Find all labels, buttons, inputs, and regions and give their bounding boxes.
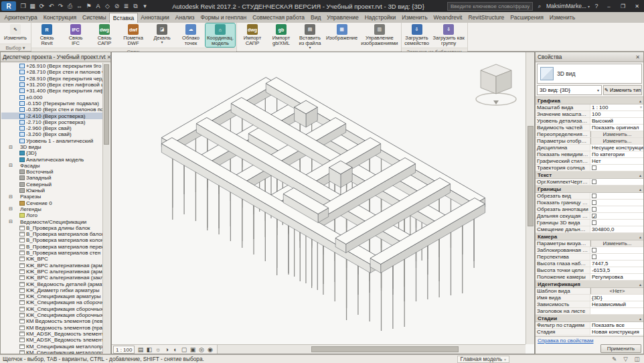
tree-item[interactable]: КЖ_ВРС альтернативная (арматура, прокат) bbox=[1, 269, 102, 275]
property-value[interactable]: Изменить... bbox=[590, 131, 643, 137]
tree-item[interactable]: Аналитическая модель bbox=[1, 156, 102, 162]
checkbox[interactable] bbox=[592, 200, 596, 205]
tree-expander-icon[interactable]: ⊟ bbox=[8, 194, 13, 200]
detail-level-icon[interactable]: ▤ bbox=[136, 346, 145, 354]
property-value[interactable]: По категории bbox=[590, 151, 643, 157]
load-group-button[interactable]: ⇩Загрузить какгруппу bbox=[432, 23, 466, 47]
tree-item[interactable]: КЖ_Спецификация сборочных единиц bbox=[1, 306, 102, 312]
tree-item[interactable]: КЖ_ВРС альтернативная (арматура) bbox=[1, 263, 102, 269]
link-ifc-button[interactable]: IFCСвязьIFC bbox=[62, 23, 90, 47]
text-note-icon[interactable]: A bbox=[94, 1, 102, 11]
minimize-button[interactable]: – bbox=[603, 1, 615, 11]
tree-item[interactable]: Западный bbox=[1, 175, 102, 181]
decal-button[interactable]: ◪Декаль▾ bbox=[148, 23, 176, 45]
tree-item[interactable]: Уровень 1 - аналитический bbox=[1, 138, 102, 144]
tab-extensions[interactable]: Расширения bbox=[507, 13, 546, 23]
property-value[interactable] bbox=[590, 308, 643, 314]
property-value[interactable] bbox=[590, 200, 643, 206]
checkbox[interactable] bbox=[592, 248, 596, 252]
scale-button[interactable]: 1 : 100 bbox=[113, 346, 135, 354]
properties-section-header[interactable]: Графика▴ bbox=[536, 97, 643, 104]
property-value[interactable] bbox=[590, 213, 643, 219]
property-value[interactable]: Изменить... bbox=[590, 138, 643, 144]
search-input[interactable] bbox=[447, 2, 533, 11]
sun-path-icon[interactable]: ☼ bbox=[153, 346, 162, 354]
revit-logo[interactable]: R bbox=[1, 1, 16, 11]
property-value[interactable] bbox=[590, 179, 643, 185]
exclude-options-icon[interactable]: ◫ bbox=[633, 356, 641, 362]
tree-item[interactable]: ⊟Разрезы bbox=[1, 194, 102, 200]
visual-style-icon[interactable]: ◧ bbox=[145, 346, 153, 354]
property-value[interactable]: Показать оригинал bbox=[590, 125, 643, 131]
tree-item[interactable]: КЖ_Спецификация сборочных единиц (насса … bbox=[1, 312, 102, 318]
properties-section-header[interactable]: Стадии▴ bbox=[536, 315, 643, 322]
tab-view[interactable]: Вид bbox=[307, 13, 323, 23]
tree-item[interactable]: В_Проверка материалов колонн bbox=[1, 237, 102, 243]
checkbox[interactable] bbox=[592, 207, 596, 212]
property-value[interactable]: Регулировка bbox=[590, 274, 643, 280]
tree-item[interactable]: +31.400 (Верх перекрытия лифтовой шахты) bbox=[1, 88, 102, 94]
properties-section-header[interactable]: Камера▴ bbox=[536, 233, 643, 240]
browser-scrollbar[interactable] bbox=[102, 63, 110, 353]
image-button[interactable]: ▦Изображение bbox=[325, 23, 359, 42]
thin-lines-icon[interactable]: ≣ bbox=[122, 1, 131, 11]
properties-section-header[interactable]: Границы▴ bbox=[536, 186, 643, 193]
shadows-icon[interactable]: ◑ bbox=[162, 346, 171, 354]
rendering-icon[interactable]: ◐ bbox=[171, 346, 179, 354]
link-revit-button[interactable]: RСвязьRevit bbox=[33, 23, 61, 47]
tab-insert[interactable]: Вставка bbox=[109, 13, 138, 23]
tab-annotate[interactable]: Аннотации bbox=[138, 13, 173, 23]
default-3d-view-icon[interactable]: ◇ bbox=[103, 1, 112, 11]
drawing-area[interactable]: 1 : 100▤◧☼◑◐▢▣◎◉ bbox=[111, 52, 535, 354]
save-icon[interactable]: ▦ bbox=[28, 1, 37, 11]
selection-filter-icon[interactable]: ▽ bbox=[621, 356, 630, 362]
property-value[interactable]: <Нет> bbox=[590, 288, 643, 294]
tab-weandrevit[interactable]: Weandrevit bbox=[430, 13, 465, 23]
tree-item[interactable]: КЖ_ВРС bbox=[1, 256, 102, 262]
property-value[interactable] bbox=[590, 220, 643, 226]
tree-item[interactable]: КЖ_Спецификация на сборочную единицу (ЮК… bbox=[1, 299, 102, 305]
editable-only-icon[interactable]: ✎ bbox=[610, 356, 619, 362]
section-icon[interactable]: ⊘ bbox=[112, 1, 121, 11]
tree-item[interactable]: +26.910 (Верх перекрытия 9го этажа) bbox=[1, 63, 102, 69]
redo-icon[interactable]: ↷ bbox=[56, 1, 65, 11]
tab-structure[interactable]: Конструкция bbox=[40, 13, 79, 23]
manage-images-button[interactable]: ▥Управлениеизображениями bbox=[359, 23, 399, 47]
tree-expander-icon[interactable]: ⊟ bbox=[8, 145, 13, 150]
canvas-vertical-scrollbar[interactable] bbox=[526, 52, 534, 344]
checkbox[interactable] bbox=[592, 220, 596, 225]
tree-expander-icon[interactable]: ⊟ bbox=[8, 206, 13, 212]
tree-item[interactable]: ⊟3D виды bbox=[1, 144, 102, 150]
tree-item[interactable]: КМ_ADSK_Ведомость элементов (правая част… bbox=[1, 337, 102, 343]
property-value[interactable] bbox=[590, 165, 643, 171]
tree-item[interactable]: В_Проверка материалов стен bbox=[1, 250, 102, 256]
tree-item[interactable]: Сечение 0 bbox=[1, 200, 102, 206]
crop-view-icon[interactable]: ▢ bbox=[179, 346, 188, 354]
checkbox[interactable] bbox=[592, 165, 596, 170]
tree-item[interactable]: ⊟Легенды bbox=[1, 206, 102, 212]
checkbox[interactable] bbox=[592, 179, 596, 184]
dwf-markup-button[interactable]: dwfПометкаDWF bbox=[119, 23, 147, 47]
tree-item[interactable]: -2.960 (Верх свай) bbox=[1, 125, 102, 131]
tree-item[interactable]: В_Проверка материалов перекрытий bbox=[1, 244, 102, 250]
switch-windows-icon[interactable]: ⧉ bbox=[131, 1, 140, 11]
tree-item[interactable]: КМ_Спецификация металлопроката по ГОСТ bbox=[1, 350, 102, 354]
tab-massing-site[interactable]: Формы и генплан bbox=[197, 13, 250, 23]
property-value[interactable] bbox=[590, 254, 643, 260]
tag-icon[interactable]: ⚑ bbox=[84, 1, 93, 11]
show-crop-icon[interactable]: ▣ bbox=[188, 346, 197, 354]
tree-item[interactable]: В_Проверка длины балок bbox=[1, 225, 102, 231]
scrollbar-thumb[interactable] bbox=[104, 64, 109, 145]
viewcube[interactable] bbox=[473, 60, 519, 110]
tab-systems[interactable]: Системы bbox=[80, 13, 110, 23]
import-gbxml-button[interactable]: gbИмпортgb/XML bbox=[267, 23, 295, 47]
measure-icon[interactable]: ↔ bbox=[75, 1, 84, 11]
tree-item[interactable]: ±0.000 bbox=[1, 94, 102, 100]
property-value[interactable] bbox=[590, 193, 643, 199]
properties-help-link[interactable]: Справка по свойствам bbox=[538, 338, 641, 344]
property-value[interactable]: Изменить... bbox=[590, 240, 643, 246]
tree-item[interactable]: КЖ_Спецификация арматуры bbox=[1, 293, 102, 299]
signin-user[interactable]: MaksimMarke... ▾ bbox=[546, 3, 590, 9]
tree-item[interactable]: КМ_ADSK_Ведомость элементов (левая часть… bbox=[1, 331, 102, 337]
tree-item[interactable]: В_Проверка материалов балок bbox=[1, 231, 102, 237]
